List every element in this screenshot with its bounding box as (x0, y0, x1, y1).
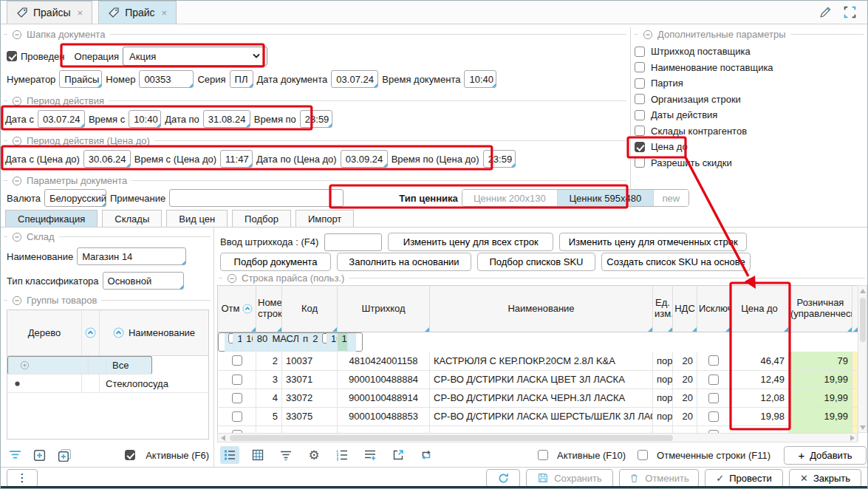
numerator-field[interactable]: Прайсы (59, 70, 102, 88)
change-price-marked-rows-button[interactable]: Изменить цену для отмеченных строк (559, 233, 747, 251)
expand-plus-icon[interactable] (20, 360, 30, 370)
horizontal-scrollbar[interactable] (217, 433, 858, 442)
time-to-price-to-field[interactable]: 23:59 (483, 150, 516, 168)
time-from-price-to-field[interactable]: 11:47 (220, 150, 253, 168)
numbered-list-icon[interactable] (332, 446, 352, 464)
open-external-icon[interactable] (389, 446, 408, 464)
reload-swap-icon[interactable] (417, 446, 436, 464)
grid-view-icon[interactable] (248, 446, 267, 464)
column-header-row-number[interactable]: Номер строки (256, 286, 282, 332)
tab-import[interactable]: Импорт (295, 210, 354, 227)
extra-param-supplier-barcode[interactable]: Штрихкод поставщика (635, 44, 856, 60)
edit-pencil-icon[interactable] (819, 5, 833, 19)
operation-select[interactable]: Акция (123, 47, 267, 66)
extra-param-allow-discounts[interactable]: Разрешить скидки (635, 155, 856, 171)
tab-price-type[interactable]: Вид цен (166, 210, 228, 227)
exclude-checkbox[interactable] (708, 411, 719, 422)
scrollbar-thumb[interactable] (860, 298, 866, 342)
exclude-checkbox[interactable] (708, 375, 719, 385)
date-from-field[interactable]: 03.07.24 (38, 110, 85, 128)
sku-lists-selection-button[interactable]: Подбор списков SKU (477, 253, 595, 271)
currency-field[interactable]: Белорусский (44, 189, 106, 207)
filter-icon[interactable] (8, 450, 22, 461)
column-header-unit[interactable]: Ед. изм. (653, 286, 673, 332)
row-checkbox[interactable] (228, 333, 233, 343)
exclude-checkbox[interactable] (322, 333, 327, 343)
row-checkbox[interactable] (232, 375, 242, 385)
list-view-icon[interactable] (220, 446, 239, 464)
collapse-icon[interactable] (12, 136, 22, 146)
column-header-otm[interactable]: Отм (218, 286, 256, 332)
date-from-price-to-field[interactable]: 30.06.24 (83, 150, 131, 168)
date-to-field[interactable]: 31.08.24 (203, 110, 250, 128)
collapse-icon[interactable] (12, 96, 22, 106)
column-header-name[interactable]: Наименование (430, 286, 653, 332)
classifier-type-field[interactable]: Основной (103, 272, 184, 290)
tab-selection[interactable]: Подбор (232, 210, 291, 227)
collapse-icon[interactable] (12, 232, 22, 242)
date-to-price-to-field[interactable]: 03.09.24 (341, 150, 388, 168)
column-header-name[interactable]: Наименование (99, 310, 208, 355)
time-to-field[interactable]: 23:59 (300, 110, 332, 128)
time-from-field[interactable]: 10:40 (129, 110, 161, 128)
extra-param-action-dates[interactable]: Даты действия (635, 107, 856, 123)
collapse-icon[interactable] (227, 273, 237, 284)
collapse-icon[interactable] (12, 295, 22, 306)
post-button[interactable]: ✓ Провести (705, 469, 783, 488)
add-multiple-icon[interactable] (57, 448, 72, 462)
active-f10-checkbox[interactable] (538, 450, 548, 460)
save-button[interactable]: Сохранить (526, 469, 613, 488)
table-row[interactable]: 4 33072 9000100488914 СР-ВО Д/СТИРКИ ЛАС… (218, 389, 858, 407)
scrollbar-thumb[interactable] (230, 435, 673, 441)
close-icon[interactable]: × (78, 7, 83, 18)
cancel-button[interactable]: Отменить (619, 469, 699, 488)
tab-specification[interactable]: Спецификация (5, 210, 98, 227)
collapse-icon[interactable] (643, 30, 653, 40)
tab-prais[interactable]: Прайс × (98, 1, 177, 24)
more-actions-button[interactable]: ⋮ (7, 469, 38, 488)
extra-param-price-to[interactable]: Цена до (635, 139, 856, 155)
table-row[interactable]: 2 10037 4810424001158 КАСТРЮЛЯ С КЕР.ПОК… (218, 352, 858, 370)
tab-warehouses[interactable]: Склады (102, 210, 162, 227)
change-price-all-rows-button[interactable]: Изменить цену для всех строк (388, 233, 553, 251)
doc-date-field[interactable]: 03.07.24 (331, 70, 378, 88)
column-header-barcode[interactable]: Штрихкод (338, 286, 430, 332)
column-header-retail[interactable]: Розничная (управленческая) (789, 286, 852, 332)
column-header-tree[interactable]: Дерево (7, 327, 81, 338)
table-row[interactable]: 5 33075 9000100488853 СР-ВО Д/СТИРКИ ЛАС… (218, 407, 858, 425)
filter-icon[interactable] (276, 446, 295, 464)
close-icon[interactable]: × (162, 7, 168, 18)
extra-param-row-organization[interactable]: Организация строки (635, 92, 856, 108)
exclude-checkbox[interactable] (708, 355, 719, 366)
collapse-icon[interactable] (12, 30, 22, 40)
table-row[interactable]: 1 16716 8009346005658 МАСЛО ОЛИВК.СПЕРОН… (218, 332, 363, 352)
fullscreen-icon[interactable] (843, 5, 857, 19)
price-tag-option-200x130[interactable]: Ценник 200x130 (462, 190, 557, 206)
vertical-scrollbar[interactable] (858, 285, 867, 433)
collapse-icon[interactable] (12, 176, 22, 186)
price-tag-option-new[interactable]: new (653, 190, 688, 206)
document-selection-button[interactable]: Подбор документа (220, 253, 331, 271)
add-button[interactable]: + Добавить (784, 446, 867, 465)
barcode-input[interactable] (324, 233, 382, 251)
sort-icon[interactable] (81, 310, 99, 355)
settings-gear-icon[interactable]: ⚙ (304, 446, 324, 464)
column-header-price-to[interactable]: Цена до (731, 286, 789, 332)
table-row[interactable]: 3 33071 9000100488884 СР-ВО Д/СТИРКИ ЛАС… (218, 370, 858, 389)
refresh-button[interactable] (486, 469, 520, 488)
marked-rows-f11-checkbox[interactable] (638, 450, 648, 460)
active-f6-checkbox[interactable] (125, 450, 135, 460)
column-header-vat[interactable]: НДС (673, 286, 697, 332)
column-header-exclude[interactable]: Исключить (697, 286, 731, 332)
add-item-icon[interactable] (33, 448, 47, 462)
extra-param-supplier-name[interactable]: Наименование поставщика (635, 60, 856, 76)
goods-group-row-all[interactable]: Все (7, 356, 152, 375)
doc-time-field[interactable]: 10:40 (464, 70, 496, 88)
column-header-code[interactable]: Код (282, 286, 338, 332)
posted-checkbox[interactable] (7, 51, 17, 61)
row-checkbox[interactable] (232, 411, 242, 422)
create-sku-list-button[interactable]: Создать список SKU на основе (601, 253, 751, 271)
row-checkbox[interactable] (232, 355, 242, 366)
fill-on-basis-button[interactable]: Заполнить на основании (337, 253, 471, 271)
price-tag-option-595x480[interactable]: Ценник 595x480 (557, 190, 653, 206)
